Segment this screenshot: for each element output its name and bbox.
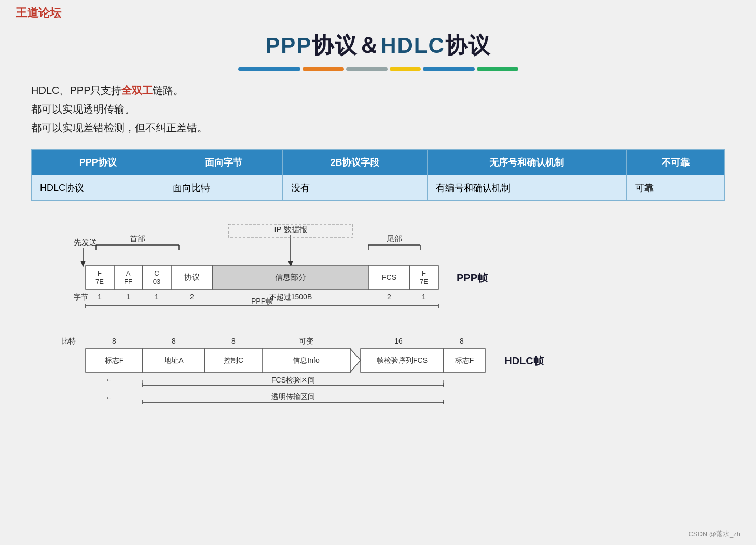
ppp-tail-label: 尾部 [387,234,402,243]
logo: 王道论坛 [16,5,61,21]
svg-text:7E: 7E [95,278,104,285]
svg-text:8: 8 [112,337,116,345]
svg-text:——  PPP帧  ——: —— PPP帧 —— [235,297,290,305]
color-bar-4 [390,67,421,71]
color-bars [0,67,756,71]
color-bar-2 [303,67,344,71]
svg-text:8: 8 [172,337,176,345]
intro-text: HDLC、PPP只支持全双工链路。 都可以实现透明传输。 都可以实现差错检测，但… [31,81,725,137]
svg-text:信息部分: 信息部分 [275,272,306,281]
td-hdlc-name: HDLC协议 [32,175,164,201]
th-orientation: 面向字节 [164,150,283,175]
ppp-frame-label: PPP帧 [457,272,488,283]
ppp-ip-label: IP 数据报 [274,225,307,234]
color-bar-3 [346,67,388,71]
ppp-frame-diagram: 先发送 首部 IP 数据报 尾部 F [42,216,586,310]
svg-text:1: 1 [98,293,102,301]
svg-text:2: 2 [387,293,391,301]
svg-text:可变: 可变 [299,337,313,345]
svg-text:8: 8 [231,337,236,345]
main-content: HDLC、PPP只支持全双工链路。 都可以实现透明传输。 都可以实现差错检测，但… [0,81,756,434]
svg-text:信息Info: 信息Info [293,356,320,364]
color-bar-6 [477,67,518,71]
footer-text: CSDN @落水_zh [688,530,740,538]
svg-marker-54 [350,349,361,372]
svg-text:03: 03 [153,278,160,285]
logo-text: 王道论坛 [16,6,61,19]
td-hdlc-field: 没有 [283,175,427,201]
svg-text:←: ← [105,376,113,384]
table-row-hdlc: HDLC协议 面向比特 没有 有编号和确认机制 可靠 [32,175,725,201]
svg-text:7E: 7E [420,278,428,285]
svg-text:比特: 比特 [61,337,76,345]
intro-line-3: 都可以实现差错检测，但不纠正差错。 [31,118,725,137]
diagram-section: 先发送 首部 IP 数据报 尾部 F [31,216,725,434]
ppp-frame-section: 先发送 首部 IP 数据报 尾部 F [42,216,714,310]
page-title: PPP协议＆HDLC协议 [0,31,756,60]
svg-text:1: 1 [126,293,130,301]
svg-text:透明传输区间: 透明传输区间 [271,392,315,401]
comparison-table: PPP协议 面向字节 2B协议字段 无序号和确认机制 不可靠 HDLC协议 面向… [31,149,725,201]
svg-text:8: 8 [460,337,464,345]
svg-text:F: F [422,269,426,277]
svg-text:FCS检验区间: FCS检验区间 [271,376,315,384]
svg-text:字节: 字节 [74,293,88,301]
intro-line-2: 都可以实现透明传输。 [31,100,725,118]
svg-text:FF: FF [124,278,132,285]
table-header-row: PPP协议 面向字节 2B协议字段 无序号和确认机制 不可靠 [32,150,725,175]
title-area: PPP协议＆HDLC协议 [0,26,756,63]
svg-text:标志F: 标志F [104,356,124,364]
th-field: 2B协议字段 [283,150,427,175]
svg-text:帧检验序列FCS: 帧检验序列FCS [377,356,428,364]
svg-text:1: 1 [155,293,159,301]
header: 王道论坛 [0,0,756,26]
color-bar-5 [423,67,475,71]
ppp-first-send-label: 先发送 [74,238,97,247]
td-hdlc-sequence: 有编号和确认机制 [427,175,626,201]
hdlc-frame-diagram: 比特 8 8 8 可变 16 8 标志F 地址A 控制C 信息Info [42,331,586,434]
svg-text:FCS: FCS [382,273,396,281]
svg-text:C: C [154,269,159,277]
svg-text:协议: 协议 [184,272,200,281]
ppp-header-label: 首部 [130,234,145,243]
svg-text:地址A: 地址A [163,356,184,364]
svg-text:2: 2 [190,293,194,301]
th-sequence: 无序号和确认机制 [427,150,626,175]
svg-text:F: F [98,269,102,277]
intro-line-1: HDLC、PPP只支持全双工链路。 [31,81,725,100]
svg-text:16: 16 [394,337,403,345]
hdlc-frame-section: 比特 8 8 8 可变 16 8 标志F 地址A 控制C 信息Info [42,331,714,434]
svg-text:控制C: 控制C [224,356,243,364]
color-bar-1 [238,67,300,71]
svg-text:1: 1 [422,293,426,301]
footer: CSDN @落水_zh [688,529,740,539]
svg-text:标志F: 标志F [455,356,474,364]
th-reliability: 不可靠 [626,150,724,175]
th-protocol: PPP协议 [32,150,164,175]
td-hdlc-reliability: 可靠 [626,175,724,201]
svg-text:←: ← [105,393,113,402]
svg-text:A: A [126,269,131,277]
td-hdlc-orientation: 面向比特 [164,175,283,201]
hdlc-frame-label: HDLC帧 [504,355,544,366]
